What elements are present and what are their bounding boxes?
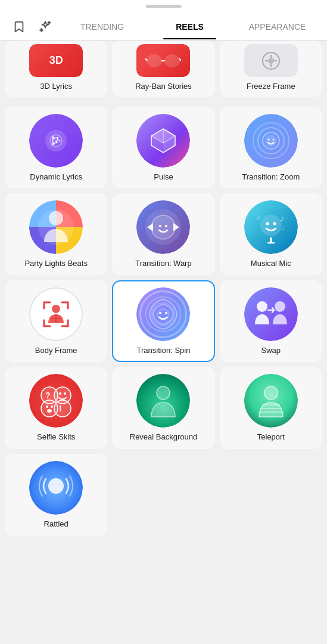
3d-lyrics-icon: 3D bbox=[29, 44, 83, 77]
svg-point-22 bbox=[267, 138, 269, 140]
selfie-skits-icon-wrap: ? ! bbox=[29, 374, 83, 428]
svg-point-23 bbox=[272, 138, 274, 140]
svg-point-51 bbox=[51, 405, 53, 408]
svg-text:♩: ♩ bbox=[281, 225, 284, 231]
effect-selfie-skits[interactable]: ? ! Selfie Skits bbox=[5, 367, 107, 449]
body-frame-label: Body Frame bbox=[35, 346, 77, 355]
transition-spin-icon bbox=[136, 287, 190, 341]
party-lights-beats-icon bbox=[29, 200, 83, 254]
sparkles-icon[interactable] bbox=[32, 14, 58, 40]
reveal-background-label: Reveal Background bbox=[130, 432, 197, 442]
effect-party-lights-beats[interactable]: Party Lights Beats bbox=[5, 193, 107, 275]
svg-point-43 bbox=[275, 301, 285, 312]
svg-point-24 bbox=[49, 211, 63, 225]
effect-freeze-frame[interactable]: Freeze Frame bbox=[220, 41, 322, 97]
svg-point-31 bbox=[273, 222, 276, 225]
transition-warp-label: Transition: Warp bbox=[135, 259, 191, 268]
musical-mic-label: Musical Mic bbox=[251, 259, 291, 268]
ray-ban-stories-icon bbox=[136, 44, 190, 77]
svg-text:♫: ♫ bbox=[256, 213, 261, 221]
svg-point-52 bbox=[47, 409, 52, 413]
svg-point-30 bbox=[266, 222, 269, 225]
effect-body-frame[interactable]: Body Frame bbox=[5, 280, 107, 363]
svg-point-29 bbox=[260, 215, 282, 236]
svg-point-0 bbox=[147, 55, 161, 67]
effect-musical-mic[interactable]: ♪ ♫ ♩ Musical Mic bbox=[220, 193, 322, 275]
pulse-icon-wrap bbox=[136, 114, 190, 168]
transition-zoom-icon-wrap bbox=[244, 114, 298, 168]
musical-mic-icon: ♪ ♫ ♩ bbox=[244, 200, 298, 254]
3d-lyrics-icon-wrap: 3D bbox=[29, 44, 83, 77]
effect-teleport[interactable]: Teleport bbox=[220, 367, 322, 449]
effect-pulse[interactable]: Pulse bbox=[112, 107, 214, 189]
nav-tabs: TRENDING REELS APPEARANCE bbox=[0, 14, 327, 41]
dynamic-lyrics-icon bbox=[29, 114, 83, 168]
3d-lyrics-label: 3D Lyrics bbox=[40, 82, 72, 91]
svg-point-1 bbox=[165, 55, 179, 67]
pulse-label: Pulse bbox=[154, 172, 173, 182]
body-frame-icon-wrap bbox=[29, 287, 83, 341]
swap-label: Swap bbox=[261, 346, 281, 355]
svg-point-53 bbox=[54, 400, 71, 417]
svg-point-41 bbox=[165, 312, 167, 314]
svg-point-56 bbox=[158, 388, 169, 398]
svg-point-27 bbox=[159, 225, 161, 227]
transition-warp-icon bbox=[136, 200, 190, 254]
svg-point-26 bbox=[151, 215, 175, 239]
tab-reels[interactable]: REELS bbox=[146, 15, 233, 39]
svg-text:!: ! bbox=[59, 404, 62, 413]
drag-handle[interactable] bbox=[146, 5, 182, 8]
rattled-icon-wrap bbox=[29, 461, 83, 515]
effect-transition-spin[interactable]: Transition: Spin bbox=[112, 280, 214, 363]
selfie-skits-label: Selfie Skits bbox=[37, 432, 75, 442]
top-bar: TRENDING REELS APPEARANCE bbox=[0, 0, 327, 41]
effect-rattled[interactable]: Rattled bbox=[5, 454, 107, 536]
selfie-skits-icon: ? ! bbox=[29, 374, 83, 428]
svg-point-28 bbox=[165, 225, 167, 227]
tab-appearance[interactable]: APPEARANCE bbox=[233, 15, 321, 39]
svg-point-37 bbox=[52, 305, 60, 313]
svg-point-40 bbox=[159, 312, 161, 314]
teleport-icon bbox=[244, 374, 298, 428]
tab-trending[interactable]: TRENDING bbox=[58, 15, 146, 39]
svg-point-42 bbox=[257, 301, 267, 312]
party-lights-beats-label: Party Lights Beats bbox=[24, 259, 88, 268]
transition-spin-icon-wrap bbox=[136, 287, 190, 341]
dynamic-lyrics-label: Dynamic Lyrics bbox=[30, 172, 82, 182]
svg-point-48 bbox=[64, 392, 66, 395]
freeze-frame-label: Freeze Frame bbox=[247, 82, 295, 91]
effect-transition-zoom[interactable]: Transition: Zoom bbox=[220, 107, 322, 189]
teleport-label: Teleport bbox=[257, 432, 285, 442]
dynamic-lyrics-icon-wrap bbox=[29, 114, 83, 168]
svg-point-50 bbox=[46, 405, 48, 408]
reveal-background-icon bbox=[136, 374, 190, 428]
party-lights-beats-icon-wrap bbox=[29, 200, 83, 254]
freeze-frame-icon-wrap bbox=[244, 44, 298, 77]
musical-mic-icon-wrap: ♪ ♫ ♩ bbox=[244, 200, 298, 254]
transition-warp-icon-wrap bbox=[136, 200, 190, 254]
effect-ray-ban-stories[interactable]: Ray-Ban Stories bbox=[112, 41, 214, 97]
reveal-background-icon-wrap bbox=[136, 374, 190, 428]
svg-point-21 bbox=[265, 135, 277, 147]
bookmark-icon[interactable] bbox=[6, 14, 32, 40]
rattled-label: Rattled bbox=[44, 519, 68, 529]
ray-ban-stories-icon-wrap bbox=[136, 44, 190, 77]
svg-point-61 bbox=[48, 478, 64, 494]
svg-text:?: ? bbox=[45, 391, 51, 400]
svg-point-57 bbox=[264, 386, 278, 400]
effect-transition-warp[interactable]: Transition: Warp bbox=[112, 193, 214, 275]
partial-effects-row: 3D 3D Lyrics Ray-Ban Stories bbox=[0, 41, 327, 102]
transition-zoom-icon bbox=[244, 114, 298, 168]
effect-swap[interactable]: Swap bbox=[220, 280, 322, 363]
swap-icon bbox=[244, 287, 298, 341]
effect-reveal-background[interactable]: Reveal Background bbox=[112, 367, 214, 449]
effects-grid: Dynamic Lyrics Pulse bbox=[0, 102, 327, 541]
transition-zoom-label: Transition: Zoom bbox=[242, 172, 300, 182]
ray-ban-stories-label: Ray-Ban Stories bbox=[135, 82, 192, 91]
effect-3d-lyrics[interactable]: 3D 3D Lyrics bbox=[5, 41, 107, 97]
svg-rect-33 bbox=[267, 242, 275, 244]
svg-point-47 bbox=[59, 392, 61, 395]
freeze-frame-icon bbox=[244, 44, 298, 77]
effect-dynamic-lyrics[interactable]: Dynamic Lyrics bbox=[5, 107, 107, 189]
svg-point-8 bbox=[268, 58, 274, 64]
